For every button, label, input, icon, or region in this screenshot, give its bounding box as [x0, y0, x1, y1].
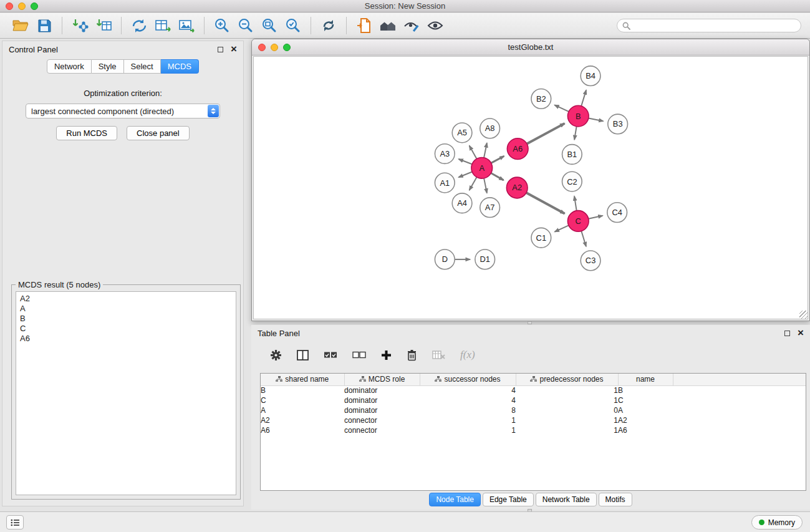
graph-node-A7[interactable]: A7 [480, 198, 500, 218]
table-settings-button[interactable] [270, 349, 282, 361]
graph-node-A3[interactable]: A3 [435, 144, 455, 164]
graph-node-A4[interactable]: A4 [452, 193, 472, 213]
tab-network-table[interactable]: Network Table [536, 493, 597, 506]
tab-select[interactable]: Select [124, 59, 161, 74]
task-history-button[interactable] [6, 515, 24, 530]
tab-node-table[interactable]: Node Table [429, 493, 481, 506]
graph-edge-A-A8[interactable] [484, 143, 487, 158]
refresh-layout-button[interactable] [317, 15, 340, 36]
show-columns-button[interactable] [297, 350, 309, 360]
create-column-button[interactable] [381, 350, 392, 360]
first-neighbors-button[interactable] [127, 15, 151, 36]
tab-mcds[interactable]: MCDS [161, 59, 199, 74]
graph-edge-A6-B[interactable] [527, 123, 564, 144]
graph-edge-A-A5[interactable] [470, 146, 477, 159]
tab-edge-table[interactable]: Edge Table [483, 493, 534, 506]
window-resize-grip[interactable] [799, 311, 808, 319]
column-header-shared-name[interactable]: shared name [261, 374, 344, 385]
zoom-out-button[interactable] [234, 15, 258, 36]
graph-node-B4[interactable]: B4 [581, 66, 600, 86]
result-item[interactable]: A2 [20, 294, 232, 304]
tab-network[interactable]: Network [47, 59, 92, 74]
function-builder-button[interactable]: f(x) [460, 349, 475, 361]
delete-columns-button[interactable] [407, 349, 417, 361]
graph-node-B3[interactable]: B3 [608, 114, 628, 134]
close-table-panel-icon[interactable]: × [798, 329, 804, 337]
column-header-mcds-role[interactable]: MCDS role [344, 374, 420, 385]
graph-node-C1[interactable]: C1 [531, 228, 551, 248]
graph-node-B2[interactable]: B2 [531, 89, 551, 109]
export-table-button[interactable] [151, 15, 175, 36]
graph-edge-B-B2[interactable] [554, 105, 569, 112]
table-row[interactable]: A2 connector 1 1 A2 [261, 415, 806, 425]
graph-edge-B-B1[interactable] [574, 127, 576, 140]
network-zoom-button[interactable] [283, 44, 291, 51]
graph-node-A5[interactable]: A5 [452, 123, 472, 143]
minimize-window-button[interactable] [18, 2, 26, 10]
zoom-selected-button[interactable] [281, 15, 305, 36]
table-row[interactable]: A dominator 8 0 A [261, 405, 806, 415]
table-row[interactable]: A6 connector 1 1 A6 [261, 425, 806, 435]
graph-edge-B-B4[interactable] [581, 90, 586, 106]
graphics-details-button[interactable] [400, 15, 423, 36]
delete-table-button[interactable] [432, 350, 445, 360]
tab-style[interactable]: Style [92, 59, 124, 74]
graph-node-A1[interactable]: A1 [435, 173, 455, 193]
graph-edge-A-A2[interactable] [491, 173, 503, 180]
graph-edge-C-C2[interactable] [574, 196, 577, 211]
home-button[interactable] [376, 15, 400, 36]
graph-node-B1[interactable]: B1 [562, 145, 582, 165]
search-input[interactable] [634, 21, 796, 30]
network-window-titlebar[interactable]: testGlobe.txt [252, 39, 809, 56]
export-image-button[interactable] [175, 15, 198, 36]
graph-node-A8[interactable]: A8 [480, 118, 500, 138]
graph-node-C[interactable]: C [567, 211, 589, 232]
result-item[interactable]: A6 [20, 334, 232, 344]
result-item[interactable]: A [20, 304, 232, 314]
graph-edge-C-C3[interactable] [581, 231, 586, 247]
graph-edge-A-A1[interactable] [458, 172, 472, 178]
result-item[interactable]: B [20, 314, 232, 324]
graph-edge-A-A4[interactable] [470, 177, 477, 190]
horizontal-splitter-handle[interactable] [528, 321, 532, 324]
column-header-name[interactable]: name [618, 374, 673, 385]
float-panel-icon[interactable] [218, 47, 223, 52]
tab-motifs[interactable]: Motifs [599, 493, 632, 506]
graph-edge-C-C1[interactable] [555, 225, 569, 231]
close-panel-button[interactable]: Close panel [127, 126, 190, 140]
close-window-button[interactable] [6, 2, 13, 10]
deselect-all-button[interactable] [352, 351, 366, 359]
network-minimize-button[interactable] [271, 44, 278, 51]
graph-node-C3[interactable]: C3 [581, 251, 600, 271]
select-all-button[interactable] [324, 351, 337, 359]
column-header-successor-nodes[interactable]: successor nodes [420, 374, 516, 385]
result-item[interactable]: C [20, 324, 232, 334]
show-hide-details-button[interactable] [423, 15, 447, 36]
graph-edge-A-A6[interactable] [491, 156, 504, 163]
table-row[interactable]: C dominator 4 1 C [261, 395, 806, 405]
float-table-panel-icon[interactable] [784, 331, 790, 336]
network-close-button[interactable] [258, 44, 266, 51]
zoom-fit-button[interactable] [258, 15, 281, 36]
zoom-window-button[interactable] [31, 2, 38, 10]
document-button[interactable] [352, 15, 376, 36]
table-row[interactable]: B dominator 4 1 B [261, 385, 806, 395]
graph-node-C2[interactable]: C2 [562, 172, 582, 191]
graph-edge-A-A7[interactable] [484, 178, 487, 193]
graph-node-A[interactable]: A [471, 157, 493, 178]
graph-edge-A2-C[interactable] [526, 193, 565, 214]
graph-node-C4[interactable]: C4 [607, 203, 627, 223]
import-table-button[interactable] [92, 15, 115, 36]
graph-edge-A-A3[interactable] [459, 159, 472, 164]
network-canvas[interactable]: B4B2BB3A5A8A6B1A3AC2A1A2A4A7C4CC1C3DD1 [253, 56, 808, 319]
memory-button[interactable]: Memory [751, 515, 803, 530]
graph-node-A2[interactable]: A2 [506, 177, 528, 198]
graph-edge-B-B3[interactable] [589, 118, 604, 121]
criterion-dropdown[interactable]: largest connected component (directed) [26, 104, 220, 118]
zoom-in-button[interactable] [210, 15, 234, 36]
graph-node-D[interactable]: D [435, 249, 455, 269]
close-panel-icon[interactable]: × [231, 46, 237, 53]
graph-node-A6[interactable]: A6 [507, 138, 528, 160]
run-mcds-button[interactable]: Run MCDS [56, 126, 117, 140]
graph-edge-C-C4[interactable] [589, 216, 603, 219]
